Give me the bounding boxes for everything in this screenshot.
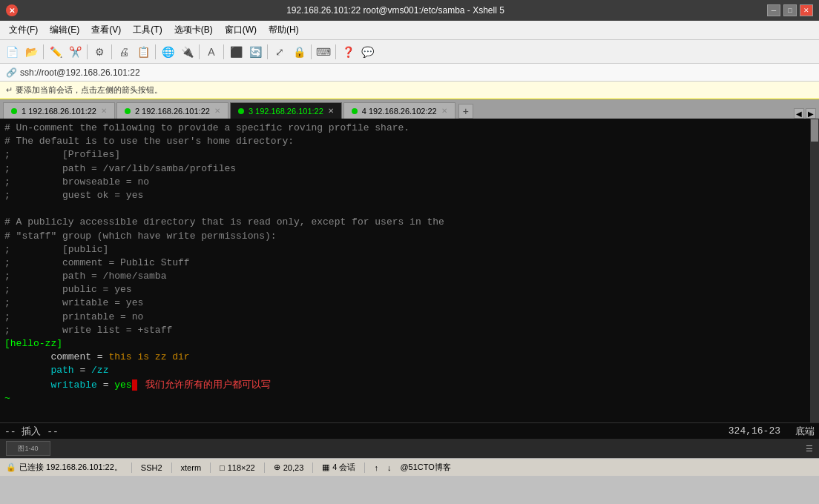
coords-icon: ⊕ (274, 462, 280, 472)
print2-button[interactable]: 📋 (134, 43, 152, 61)
settings-button[interactable]: ⚙ (91, 43, 108, 61)
bottom-panel: 图1-40 ☰ (0, 439, 819, 458)
sessions-icon: ▦ (322, 462, 329, 472)
line-1: # Un-comment the following to provide a … (4, 122, 815, 135)
tab-dot-4 (352, 108, 358, 114)
tab-label-4: 4 192.168.26.102:22 (362, 107, 437, 116)
help-button[interactable]: ❓ (339, 43, 357, 61)
menu-tools[interactable]: 工具(T) (127, 21, 168, 39)
window-title: 192.168.26.101:22 root@vms001:/etc/samba… (24, 5, 767, 16)
font-button[interactable]: A (203, 43, 220, 61)
status-sep-6 (364, 462, 365, 473)
edit-button[interactable]: ✏️ (47, 43, 65, 61)
thumbnail-text: 图1-40 (18, 444, 38, 454)
tab-dot-2 (125, 108, 131, 114)
status-sep-3 (210, 462, 211, 473)
tab-close-2[interactable]: ✕ (214, 107, 220, 115)
terminal-button[interactable]: ⬛ (227, 43, 245, 61)
toolbar-sep-3 (111, 44, 112, 59)
menu-view[interactable]: 查看(V) (85, 21, 127, 39)
open-button[interactable]: 📂 (22, 43, 40, 61)
toolbar-sep-7 (267, 44, 268, 59)
info-bar: ↵ 要添加当前会话，点击左侧的箭头按钮。 (0, 82, 819, 99)
info-text: 要添加当前会话，点击左侧的箭头按钮。 (16, 84, 162, 96)
tab-2[interactable]: 2 192.168.26.101:22 ✕ (116, 102, 228, 119)
vim-position: 324,16-23 (728, 425, 780, 437)
tab-dot-1 (11, 108, 17, 114)
line-9: ; [public] (4, 243, 815, 256)
cut-button[interactable]: ✂️ (66, 43, 84, 61)
new-button[interactable]: 📄 (3, 43, 21, 61)
term-text: xterm (181, 463, 202, 472)
globe-button[interactable]: 🌐 (159, 43, 177, 61)
scrollbar-thumb[interactable] (811, 119, 818, 142)
terminal[interactable]: # Un-comment the following to provide a … (0, 119, 819, 422)
toolbar-sep-5 (199, 44, 200, 59)
tab-prev-button[interactable]: ◀ (794, 108, 804, 119)
upload-icon: ↑ (374, 463, 378, 472)
sync-button[interactable]: 🔄 (246, 43, 264, 61)
tab-navigation: ◀ ▶ (794, 108, 816, 119)
toolbar-sep-2 (87, 44, 88, 59)
toolbar-sep-1 (43, 44, 44, 59)
chat-button[interactable]: 💬 (358, 43, 376, 61)
tab-next-button[interactable]: ▶ (806, 108, 816, 119)
term-section: xterm (181, 463, 202, 472)
tab-close-4[interactable]: ✕ (441, 107, 447, 115)
line-2: # The default is to use the user's home … (4, 135, 815, 148)
maximize-button[interactable]: □ (783, 4, 797, 16)
status-sep-1 (131, 462, 132, 473)
expand-button[interactable]: ⤢ (271, 43, 289, 61)
line-13: ; writable = yes (4, 296, 815, 310)
download-section: ↓ (387, 463, 392, 472)
line-comment: comment = this is zz dir (4, 351, 815, 364)
vim-status-line: -- 插入 -- 324,16-23 底端 (0, 422, 819, 439)
status-sep-5 (312, 462, 313, 473)
website-section: @51CTO博客 (400, 462, 450, 473)
status-sep-2 (171, 462, 172, 473)
thumbnail-label[interactable]: 图1-40 (6, 441, 50, 456)
line-5: ; browseable = no (4, 176, 815, 189)
keyboard-button[interactable]: ⌨ (315, 43, 332, 61)
toolbar: 📄 📂 ✏️ ✂️ ⚙ 🖨 📋 🌐 🔌 A ⬛ 🔄 ⤢ 🔒 ⌨ ❓ 💬 (0, 40, 819, 64)
close-button[interactable]: ✕ (800, 4, 813, 16)
tab-label-2: 2 192.168.26.101:22 (135, 107, 210, 116)
download-icon: ↓ (387, 463, 392, 472)
tab-4[interactable]: 4 192.168.26.102:22 ✕ (343, 102, 455, 119)
tab-3[interactable]: 3 192.168.26.101:22 ✕ (230, 102, 342, 119)
menu-file[interactable]: 文件(F) (3, 21, 44, 39)
toolbar-sep-4 (155, 44, 156, 59)
new-tab-button[interactable]: + (458, 104, 473, 119)
line-4: ; path = /var/lib/samba/profiles (4, 162, 815, 176)
minimize-button[interactable]: ─ (767, 4, 780, 16)
vim-mode: -- 插入 -- (4, 425, 59, 438)
line-11: ; path = /home/samba (4, 270, 815, 283)
globe2-button[interactable]: 🔌 (178, 43, 196, 61)
tab-label-3: 3 192.168.26.101:22 (249, 107, 323, 116)
arrow-icon: ↵ (6, 85, 13, 95)
tab-1[interactable]: 1 192.168.26.101:22 ✕ (3, 102, 115, 119)
connection-status: 🔒 已连接 192.168.26.101:22。 (6, 462, 122, 473)
size-section: □ 118×22 (220, 463, 255, 472)
line-path: path = /zz (4, 364, 815, 377)
connection-text: 已连接 192.168.26.101:22。 (19, 462, 122, 473)
menu-window[interactable]: 窗口(W) (219, 21, 263, 39)
website-text: @51CTO博客 (400, 462, 450, 473)
title-bar: ✕ 192.168.26.101:22 root@vms001:/etc/sam… (0, 0, 819, 21)
protocol-text: SSH2 (141, 463, 162, 472)
tab-close-3[interactable]: ✕ (328, 107, 334, 115)
terminal-scrollbar[interactable] (810, 119, 819, 422)
tab-label-1: 1 192.168.26.101:22 (22, 107, 96, 116)
print-button[interactable]: 🖨 (115, 43, 133, 61)
toolbar-sep-9 (335, 44, 336, 59)
menu-help[interactable]: 帮助(H) (263, 21, 305, 39)
menu-edit[interactable]: 编辑(E) (44, 21, 85, 39)
tab-close-1[interactable]: ✕ (101, 107, 107, 115)
menu-tabs[interactable]: 选项卡(B) (168, 21, 219, 39)
toolbar-sep-8 (311, 44, 312, 59)
coords-section: ⊕ 20,23 (274, 462, 304, 472)
lock-button[interactable]: 🔒 (290, 43, 308, 61)
line-writable: writable = yes 我们允许所有的用户都可以写 (4, 378, 815, 392)
panel-options[interactable]: ☰ (806, 444, 813, 454)
size-text: 118×22 (228, 463, 255, 472)
